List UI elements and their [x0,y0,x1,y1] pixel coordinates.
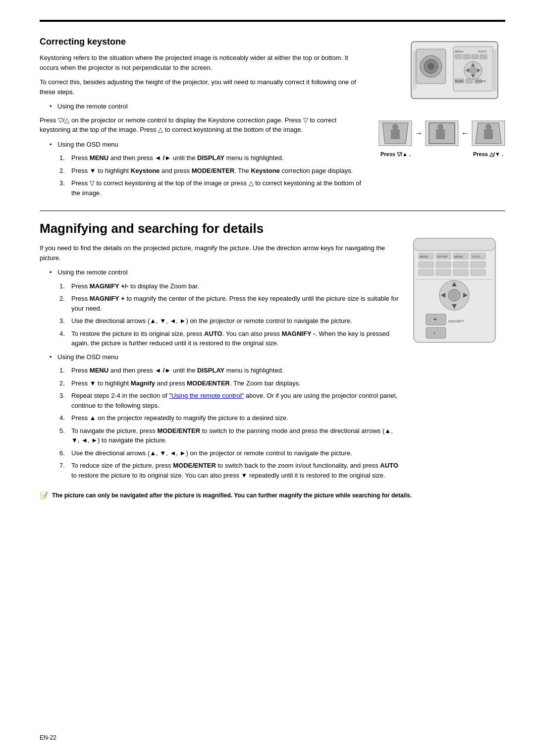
svg-point-32 [392,124,398,130]
magnify-osd-steps: 1. Press MENU and then press ◄ /► until … [59,366,399,480]
keystone-bullet2-list: Using the OSD menu [50,140,369,150]
magnify-osd-step5: 5. To navigate the picture, press MODE/E… [59,426,399,445]
svg-point-4 [428,63,434,70]
magnify-bullet-remote: Using the remote control [50,268,399,277]
svg-point-36 [437,124,443,130]
section-divider [40,211,505,211]
svg-rect-58 [471,270,485,275]
svg-text:-: - [433,329,435,335]
remote-control-area: MENU ENTER MODE AUTO [409,236,505,346]
magnify-title: Magnifying and searching for details [40,221,399,236]
keystone-bullets: Using the remote control [50,102,369,111]
press-labels: Press ▽/▲ . Press △/▼ . [378,151,505,158]
keystone-title: Correcting keystone [40,37,369,47]
svg-text:SOURCE: SOURCE [476,80,486,83]
magnify-remote-step4: 4. To restore the picture to its origina… [59,329,399,348]
svg-rect-55 [419,270,433,275]
keystone-osd-steps: 1. Press MENU and then press ◄ /► until … [59,153,369,198]
keystone-content-layout: Correcting keystone Keystoning refers to… [40,37,505,201]
arrow-between: → [415,129,423,138]
magnify-osd-step7: 7. To reduce size of the picture, press … [59,461,399,480]
svg-rect-11 [455,54,462,59]
keystone-para1: Keystoning refers to the situation where… [40,53,369,72]
svg-rect-57 [453,270,468,275]
keystone-correct [425,120,459,146]
remote-control-img: MENU ENTER MODE AUTO [409,236,500,345]
magnify-content-layout: Magnifying and searching for details If … [40,221,505,483]
magnify-para1: If you need to find the details on the p… [40,243,399,263]
top-border [40,20,505,22]
magnify-osd-step4: 4. Press ▲ on the projector repeatedly t… [59,413,399,423]
keystone-after [472,120,505,146]
keystone-step3: 3. Press ▽ to correct keystoning at the … [59,178,369,198]
svg-rect-54 [471,262,485,268]
projector-top-view: MENU AUTO BLANK [406,37,505,113]
svg-text:+: + [433,316,436,322]
svg-text:ENTER: ENTER [437,255,448,258]
magnify-remote-step2: 2. Press MAGNIFY + to magnify the center… [59,294,399,313]
magnify-remote-step3: 3. Use the directional arrows (▲, ▼, ◄, … [59,316,399,326]
svg-rect-12 [463,54,470,59]
correcting-keystone-section: Correcting keystone Keystoning refers to… [40,37,505,201]
magnify-osd-step3: 3. Repeat steps 2-4 in the section of "U… [59,391,399,410]
using-remote-link[interactable]: "Using the remote control" [169,392,244,399]
keystone-step2: 2. Press ▼ to highlight Keystone and pre… [59,166,369,176]
svg-point-61 [448,289,460,301]
svg-rect-39 [484,129,493,139]
press-label1: Press ▽/▲ . [380,151,411,158]
keystone-correction-row: → ← [378,120,505,146]
svg-rect-42 [414,238,495,251]
page-number: EN-22 [40,734,56,741]
keystone-before [378,120,412,146]
svg-rect-35 [436,129,445,139]
magnify-text: Magnifying and searching for details If … [40,221,399,483]
magnify-remote-steps: 1. Press MAGNIFY +/- to display the Zoom… [59,281,399,348]
svg-point-16 [470,67,477,74]
magnify-remote-step1: 1. Press MAGNIFY +/- to display the Zoom… [59,281,399,291]
magnify-bullet-osd: Using the OSD menu [50,352,399,362]
magnify-osd-bullet: Using the OSD menu [50,352,399,362]
svg-rect-68 [426,327,446,338]
svg-rect-53 [453,262,468,268]
note-text-bold: The picture can only be navigated after … [52,492,412,499]
keystone-para2: To correct this, besides adjusting the h… [40,77,369,97]
svg-point-40 [485,124,491,130]
keystone-step1: 1. Press MENU and then press ◄ /► until … [59,153,369,163]
note-text: The picture can only be navigated after … [52,491,412,500]
keystone-correct-img [425,120,459,146]
note-icon: 📝 [40,491,48,499]
svg-rect-52 [436,262,451,268]
magnify-osd-step1: 1. Press MENU and then press ◄ /► until … [59,366,399,376]
svg-rect-23 [466,79,473,83]
svg-rect-13 [472,54,479,59]
press-label2: Press △/▼ . [473,151,503,158]
svg-text:AUTO: AUTO [472,255,481,258]
svg-text:MENU: MENU [455,50,464,53]
svg-text:BLANK: BLANK [455,80,464,83]
keystone-images-area: MENU AUTO BLANK [378,37,505,158]
keystone-before-img [378,120,412,146]
svg-text:MENU: MENU [420,255,428,258]
keystone-remote-intro: Press ▽/△ on the projector or remote con… [40,115,369,135]
svg-rect-14 [480,54,487,59]
svg-text:MAGNIFY: MAGNIFY [448,320,464,323]
svg-text:MODE: MODE [454,255,463,258]
keystone-after-img [472,120,505,146]
keystone-bullet1: Using the remote control [50,102,369,111]
magnify-remote-bullet: Using the remote control [50,268,399,277]
keystone-text: Correcting keystone Keystoning refers to… [40,37,369,201]
magnifying-section: Magnifying and searching for details If … [40,221,505,505]
svg-rect-56 [436,270,451,275]
svg-rect-31 [391,129,400,139]
arrow-between2: ← [461,129,469,138]
magnify-osd-step6: 6. Use the directional arrows (▲, ▼, ◄, … [59,448,399,458]
keystone-bullet2: Using the OSD menu [50,140,369,150]
svg-text:AUTO: AUTO [478,50,486,53]
note-box: 📝 The picture can only be navigated afte… [40,491,505,505]
svg-rect-51 [419,262,433,268]
magnify-osd-step2: 2. Press ▼ to highlight Magnify and pres… [59,378,399,388]
